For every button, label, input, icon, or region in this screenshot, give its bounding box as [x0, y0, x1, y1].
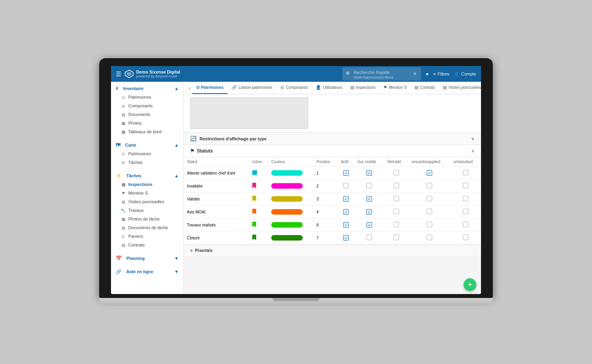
- checkbox[interactable]: ✓: [366, 170, 372, 176]
- cell-retraite[interactable]: [384, 193, 408, 206]
- checkbox[interactable]: [427, 183, 432, 188]
- sidebar-item-photos[interactable]: ▦ Photos: [111, 119, 183, 127]
- statuts-section-header[interactable]: ⚑ Statuts ∧: [184, 145, 481, 157]
- cell-smislocked[interactable]: [450, 219, 481, 232]
- account-button[interactable]: 👤 Compte: [454, 72, 476, 77]
- sidebar-item-mention-s[interactable]: ⚑ Mention S: [111, 189, 183, 197]
- tab-prev-button[interactable]: ‹: [187, 85, 192, 91]
- checkbox[interactable]: [394, 170, 399, 175]
- cell-sur_mobile[interactable]: ✓: [354, 167, 384, 180]
- checkbox[interactable]: [463, 222, 468, 227]
- sidebar-item-taches[interactable]: ⊘ Tâches: [111, 158, 183, 167]
- checkbox[interactable]: [394, 222, 399, 227]
- checkbox[interactable]: [463, 170, 468, 175]
- priorites-header[interactable]: ≡ Priorités: [184, 245, 481, 256]
- checkbox[interactable]: [394, 235, 399, 240]
- checkbox[interactable]: ✓: [343, 170, 349, 176]
- sidebar-item-travaux[interactable]: 🔧 Travaux: [111, 206, 183, 215]
- checkbox[interactable]: ✓: [343, 235, 349, 241]
- cell-smcanbeapplied[interactable]: [408, 206, 450, 219]
- cell-sur_mobile[interactable]: ✓: [354, 206, 384, 219]
- tab-patrimoines[interactable]: ⊙ Patrimoines: [192, 82, 228, 94]
- sidebar-section-carte-header[interactable]: 🗺 Carte ▲: [111, 141, 183, 149]
- cell-smcanbeapplied[interactable]: [408, 180, 450, 193]
- search-input[interactable]: [354, 70, 413, 75]
- tab-composants[interactable]: ◎ Composants: [276, 82, 312, 94]
- cell-retraite[interactable]: [384, 232, 408, 245]
- tab-visites[interactable]: ▤ Visites ponctuelles: [439, 82, 481, 94]
- sidebar-item-paniers[interactable]: 🛒 Paniers: [111, 232, 183, 241]
- header-search-bar[interactable]: 🔍 3699 Patrimoine(s) filtrés ✕: [342, 67, 421, 81]
- sidebar-item-contrats[interactable]: ▤ Contrats: [111, 241, 183, 249]
- checkbox[interactable]: [427, 235, 432, 240]
- sidebar-item-tableaux[interactable]: ▩ Tableaux de bord: [111, 127, 183, 136]
- sidebar-item-inspections[interactable]: ▤ Inspections: [111, 180, 183, 189]
- cell-smcanbeapplied[interactable]: ✓: [408, 167, 450, 180]
- sidebar-item-documents[interactable]: ▤ Documents: [111, 110, 183, 119]
- cell-actif[interactable]: ✓: [338, 206, 354, 219]
- checkbox[interactable]: ✓: [366, 222, 372, 228]
- cell-sur_mobile[interactable]: ✓: [354, 219, 384, 232]
- sidebar-section-taches-header[interactable]: ⚡ Tâches ▲: [111, 171, 183, 180]
- notification-icon[interactable]: ●: [426, 71, 429, 77]
- checkbox[interactable]: [394, 183, 399, 188]
- cell-smislocked[interactable]: [450, 232, 481, 245]
- fab-button[interactable]: +: [464, 278, 476, 291]
- checkbox[interactable]: [463, 183, 468, 188]
- cell-smcanbeapplied[interactable]: [408, 219, 450, 232]
- tab-mention-s[interactable]: ⚑ Mention S: [379, 82, 411, 94]
- restrictions-section-header[interactable]: 🔄 Restrictions d'affichage par type ∨: [184, 132, 481, 145]
- checkbox[interactable]: [343, 183, 349, 188]
- sidebar-section-planning-header[interactable]: 📅 Planning ▼: [111, 254, 183, 263]
- checkbox[interactable]: ✓: [366, 209, 372, 215]
- checkbox[interactable]: [427, 209, 432, 214]
- checkbox[interactable]: [394, 209, 399, 214]
- checkbox[interactable]: [366, 235, 372, 240]
- search-close-button[interactable]: ✕: [413, 71, 417, 77]
- sidebar-item-composants[interactable]: ◎ Composants: [111, 101, 183, 110]
- cell-actif[interactable]: ✓: [338, 193, 354, 206]
- checkbox[interactable]: ✓: [427, 170, 432, 176]
- sidebar-section-inventaire-header[interactable]: # Inventaire ▲: [111, 84, 183, 93]
- cell-sur_mobile[interactable]: [354, 180, 384, 193]
- sidebar-section-aide-header[interactable]: 🔗 Aide en ligne ▼: [111, 267, 183, 276]
- cell-smislocked[interactable]: [450, 180, 481, 193]
- cell-retraite[interactable]: [384, 206, 408, 219]
- sidebar-item-photos-tache[interactable]: ▦ Photos de tâche: [111, 215, 183, 223]
- hamburger-menu[interactable]: ☰: [116, 70, 121, 78]
- cell-smislocked[interactable]: [450, 206, 481, 219]
- cell-sur_mobile[interactable]: [354, 232, 384, 245]
- cell-smislocked[interactable]: [450, 167, 481, 180]
- sidebar-item-visites-ponctuelles[interactable]: ▤ Visites ponctuelles: [111, 197, 183, 206]
- tab-utilisateurs[interactable]: 👤 Utilisateurs: [312, 82, 346, 94]
- sidebar-item-patrimoines[interactable]: ⊙ Patrimoines: [111, 93, 183, 101]
- tab-inspections[interactable]: ▤ Inspections: [346, 82, 380, 94]
- checkbox[interactable]: [463, 209, 468, 214]
- cell-sur_mobile[interactable]: ✓: [354, 193, 384, 206]
- checkbox[interactable]: ✓: [343, 209, 349, 215]
- tab-contrats[interactable]: ▤ Contrats: [411, 82, 439, 94]
- cell-retraite[interactable]: [384, 167, 408, 180]
- checkbox[interactable]: [366, 183, 372, 188]
- filters-button[interactable]: ≡ Filtres: [433, 72, 449, 76]
- checkbox[interactable]: [463, 196, 468, 201]
- checkbox[interactable]: [427, 196, 432, 201]
- cell-actif[interactable]: ✓: [338, 219, 354, 232]
- sidebar-item-documents-tache[interactable]: ▤ Documents de tâche: [111, 223, 183, 232]
- checkbox[interactable]: ✓: [343, 196, 349, 202]
- checkbox[interactable]: [394, 196, 399, 201]
- cell-retraite[interactable]: [384, 180, 408, 193]
- checkbox[interactable]: [463, 235, 468, 240]
- cell-retraite[interactable]: [384, 219, 408, 232]
- cell-actif[interactable]: [338, 180, 354, 193]
- tab-liaison[interactable]: 🔗 Liaison patrimoines: [228, 82, 276, 94]
- cell-smcanbeapplied[interactable]: [408, 232, 450, 245]
- checkbox[interactable]: [427, 222, 432, 227]
- checkbox[interactable]: ✓: [343, 222, 349, 228]
- cell-smislocked[interactable]: [450, 193, 481, 206]
- cell-actif[interactable]: ✓: [338, 167, 354, 180]
- cell-actif[interactable]: ✓: [338, 232, 354, 245]
- sidebar-item-carte-patrimoines[interactable]: ⊙ Patrimoines: [111, 149, 183, 158]
- cell-smcanbeapplied[interactable]: [408, 193, 450, 206]
- checkbox[interactable]: ✓: [366, 196, 372, 202]
